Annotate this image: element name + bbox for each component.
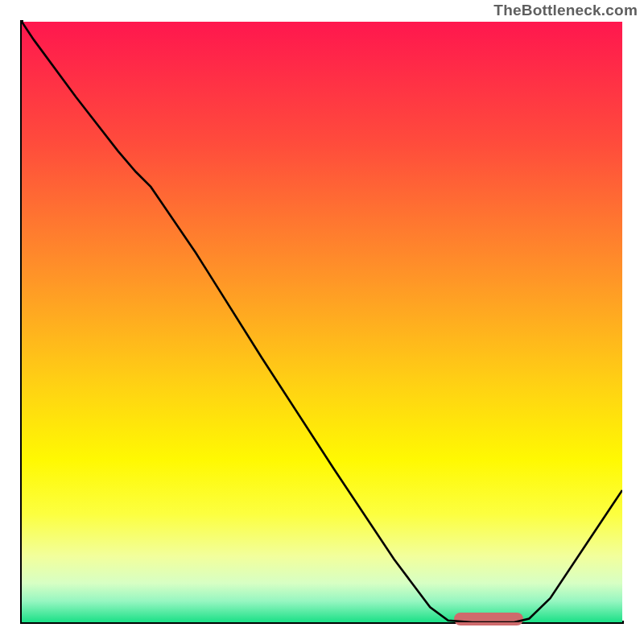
gradient-background [22, 22, 622, 622]
svg-rect-0 [22, 22, 622, 622]
plot-area [22, 22, 622, 622]
watermark-text: TheBottleneck.com [493, 2, 638, 19]
optimal-marker [454, 613, 523, 625]
